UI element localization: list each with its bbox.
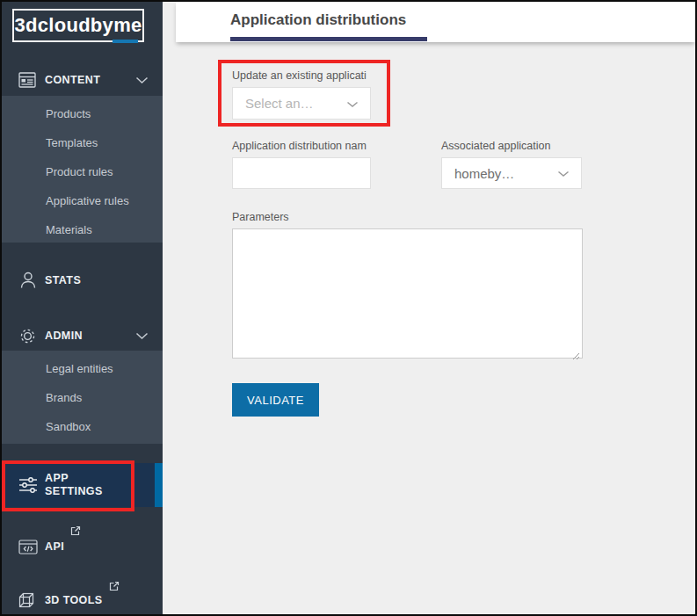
external-link-icon (70, 524, 81, 540)
logo-text: 3dcloudbyme (14, 14, 142, 37)
distribution-name-input[interactable] (232, 157, 371, 189)
sidebar-item-products[interactable]: Products (2, 99, 163, 128)
sidebar-item-applicative-rules[interactable]: Applicative rules (2, 186, 163, 215)
sidebar-item-label: CONTENT (45, 74, 100, 87)
chevron-down-icon (135, 328, 149, 344)
sliders-icon (18, 475, 38, 495)
sidebar-item-materials[interactable]: Materials (2, 215, 163, 244)
external-link-icon (109, 579, 120, 595)
associated-application-label: Associated application (441, 140, 550, 152)
content-submenu: Products Templates Product rules Applica… (2, 96, 163, 243)
sidebar-item-api[interactable]: API (2, 530, 163, 563)
chevron-down-icon (557, 165, 570, 181)
api-browser-icon (18, 540, 38, 554)
sidebar-item-sandbox[interactable]: Sandbox (2, 412, 163, 441)
sidebar-item-product-rules[interactable]: Product rules (2, 157, 163, 186)
parameters-textarea[interactable] (232, 228, 583, 359)
gear-icon (18, 327, 37, 345)
sidebar-item-label: API (45, 540, 64, 554)
update-existing-label: Update an existing applicati (232, 69, 367, 82)
main-content: Application distributions Update an exis… (163, 2, 695, 614)
parameters-label: Parameters (232, 211, 289, 223)
chevron-down-icon (346, 96, 359, 112)
app-window: 3dcloudbyme CONTENT (0, 0, 697, 616)
sidebar-item-label: 3D TOOLS (45, 594, 102, 607)
sidebar-item-3d-tools[interactable]: 3D TOOLS (2, 585, 163, 615)
sidebar: 3dcloudbyme CONTENT (2, 2, 163, 614)
validate-button[interactable]: VALIDATE (232, 383, 319, 417)
page-title: Application distributions (230, 11, 406, 29)
sidebar-item-label: STATS (45, 274, 81, 287)
person-icon (18, 271, 38, 290)
logo[interactable]: 3dcloudbyme (12, 9, 144, 42)
sidebar-item-content[interactable]: CONTENT (2, 64, 163, 96)
admin-submenu: Legal entities Brands Sandbox (2, 351, 163, 444)
associated-application-select[interactable]: homeby… (441, 157, 582, 189)
sidebar-item-stats[interactable]: STATS (2, 262, 163, 299)
page-header: Application distributions (176, 2, 695, 42)
sidebar-item-label: ADMIN (45, 330, 83, 343)
update-existing-select[interactable]: Select an… (232, 87, 371, 120)
content-icon (18, 72, 36, 88)
sidebar-item-templates[interactable]: Templates (2, 128, 163, 157)
sidebar-item-brands[interactable]: Brands (2, 383, 163, 412)
sidebar-item-legal-entities[interactable]: Legal entities (2, 354, 163, 383)
distribution-name-label: Application distribution nam (232, 140, 367, 152)
chevron-down-icon (135, 72, 149, 88)
active-item-indicator (155, 463, 163, 507)
logo-accent-bar (113, 40, 138, 43)
select-placeholder: Select an… (245, 96, 314, 111)
select-value: homeby… (454, 166, 514, 181)
sidebar-item-admin[interactable]: ADMIN (2, 319, 163, 352)
title-underline (230, 37, 427, 41)
sidebar-item-app-settings[interactable]: APP SETTINGS (2, 463, 163, 507)
sidebar-item-label: APP SETTINGS (45, 472, 115, 498)
cube-icon (17, 591, 36, 610)
